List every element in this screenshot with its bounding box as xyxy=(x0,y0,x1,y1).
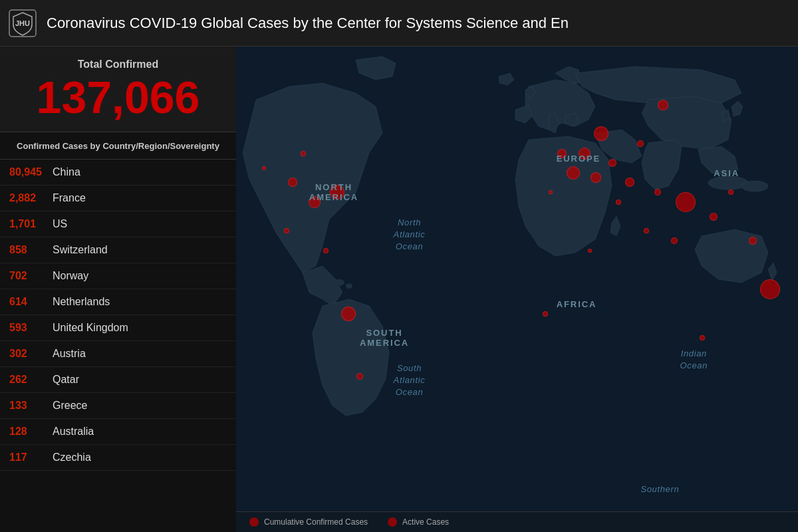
country-count: 858 xyxy=(9,244,53,256)
svg-point-6 xyxy=(741,181,768,192)
header: JHU Coronavirus COVID-19 Global Cases by… xyxy=(0,0,798,47)
country-count: 262 xyxy=(9,374,53,386)
country-list-item: 2,882 France xyxy=(0,186,236,211)
total-confirmed-box: Total Confirmed 137,066 xyxy=(0,47,236,132)
legend: Cumulative Confirmed Cases Active Cases xyxy=(236,511,798,532)
country-count: 2,882 xyxy=(9,192,53,204)
country-name: Greece xyxy=(53,400,87,412)
country-list-item: 117 Czechia xyxy=(0,445,236,471)
country-count: 117 xyxy=(9,452,53,464)
country-count: 302 xyxy=(9,348,53,360)
legend-dot xyxy=(388,517,397,527)
country-count: 593 xyxy=(9,322,53,334)
country-name: France xyxy=(53,192,86,204)
jhu-logo: JHU xyxy=(7,7,39,39)
svg-point-4 xyxy=(346,283,352,289)
country-count: 702 xyxy=(9,270,53,282)
country-name: Austria xyxy=(53,348,86,360)
world-map xyxy=(236,47,798,532)
country-count: 1,701 xyxy=(9,218,53,230)
country-list-item: 858 Switzerland xyxy=(0,237,236,263)
legend-item: Cumulative Confirmed Cases xyxy=(249,517,368,527)
svg-text:JHU: JHU xyxy=(15,19,30,27)
country-count: 133 xyxy=(9,400,53,412)
country-list-item: 593 United Kingdom xyxy=(0,315,236,341)
country-count: 128 xyxy=(9,426,53,438)
country-list: 80,945 China 2,882 France 1,701 US 858 S… xyxy=(0,160,236,532)
sidebar: Total Confirmed 137,066 Confirmed Cases … xyxy=(0,47,236,532)
page-title: Coronavirus COVID-19 Global Cases by the… xyxy=(47,15,569,32)
country-list-item: 80,945 China xyxy=(0,160,236,186)
legend-dot xyxy=(249,517,259,527)
country-list-item: 1,701 US xyxy=(0,211,236,237)
country-name: Qatar xyxy=(53,374,79,386)
country-count: 614 xyxy=(9,296,53,308)
svg-point-3 xyxy=(334,279,344,286)
country-list-item: 614 Netherlands xyxy=(0,289,236,315)
country-name: Czechia xyxy=(53,452,91,464)
total-confirmed-value: 137,066 xyxy=(7,74,229,120)
country-name: United Kingdom xyxy=(53,322,128,334)
total-confirmed-label: Total Confirmed xyxy=(7,59,229,70)
country-list-item: 702 Norway xyxy=(0,263,236,289)
map-area: North Atlantic OceanSouth Atlantic Ocean… xyxy=(236,47,798,532)
country-list-item: 128 Australia xyxy=(0,419,236,445)
country-list-item: 133 Greece xyxy=(0,393,236,419)
country-name: Netherlands xyxy=(53,296,110,308)
country-name: Switzerland xyxy=(53,244,108,256)
country-name: US xyxy=(53,218,67,230)
country-list-item: 262 Qatar xyxy=(0,367,236,393)
country-name: Norway xyxy=(53,270,88,282)
country-list-header: Confirmed Cases by Country/Region/Sovere… xyxy=(0,132,236,160)
legend-label: Active Cases xyxy=(402,517,449,527)
country-count: 80,945 xyxy=(9,166,53,178)
country-name: China xyxy=(53,166,80,178)
legend-label: Cumulative Confirmed Cases xyxy=(264,517,368,527)
country-list-item: 302 Austria xyxy=(0,341,236,367)
legend-item: Active Cases xyxy=(388,517,449,527)
country-name: Australia xyxy=(53,426,94,438)
main-layout: Total Confirmed 137,066 Confirmed Cases … xyxy=(0,47,798,532)
